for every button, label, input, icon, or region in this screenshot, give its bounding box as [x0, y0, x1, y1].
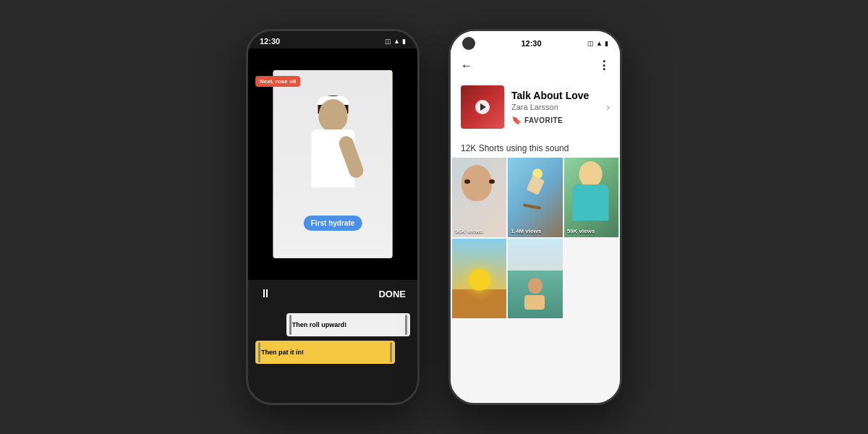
signal-icon-r: ▲ — [596, 40, 603, 47]
time-left: 12:30 — [260, 37, 280, 46]
avatar — [462, 37, 475, 50]
track-handle-left-1[interactable] — [289, 315, 292, 335]
camera-notch — [328, 35, 337, 44]
shorts-label: 12K Shorts using this sound — [451, 136, 620, 158]
grid-item-3[interactable]: 59K views — [564, 158, 618, 237]
sound-card: Talk About Love Zara Larsson 🔖 FAVORITE … — [451, 78, 620, 136]
status-icons-left: ◫ ▲ ▮ — [385, 38, 406, 45]
video-grid: 96K views 1.4M views 59K views — [451, 158, 620, 318]
song-thumbnail[interactable] — [461, 85, 504, 129]
woman-head — [318, 99, 347, 132]
grid-views-2: 1.4M views — [511, 228, 541, 234]
battery-icon-r: ▮ — [605, 40, 608, 47]
track-handle-right-2[interactable] — [390, 342, 392, 362]
song-artist: Zara Larsson — [511, 103, 599, 111]
song-title: Talk About Love — [511, 90, 599, 101]
grid-item-4[interactable] — [452, 239, 506, 318]
back-button[interactable]: ← — [461, 59, 472, 72]
grid-views-3: 59K views — [567, 228, 595, 234]
pause-button[interactable]: ⏸ — [260, 287, 271, 300]
song-info: Talk About Love Zara Larsson 🔖 FAVORITE — [511, 90, 599, 125]
woman-figure — [297, 99, 369, 258]
sun-scene — [452, 239, 506, 318]
tag-hydrate: First hydrate — [304, 216, 362, 231]
chevron-right-icon[interactable]: › — [606, 101, 610, 113]
status-bar-right: 12:30 ◫ ▲ ▮ — [451, 31, 620, 53]
timeline-track-2[interactable]: Then pat it in! — [255, 341, 395, 364]
sound-header: ← ⋮ — [451, 53, 620, 78]
favorite-section[interactable]: 🔖 FAVORITE — [511, 116, 599, 125]
timeline: Then roll upward! Then pat it in! — [248, 307, 417, 370]
done-button[interactable]: DONE — [378, 289, 406, 299]
person-scene-5 — [508, 271, 562, 318]
right-phone: 12:30 ◫ ▲ ▮ ← ⋮ Talk About Love Zara Lar… — [448, 29, 622, 405]
track-2-text: Then pat it in! — [261, 349, 304, 356]
grid-item-5[interactable] — [508, 239, 562, 318]
battery-icon: ▮ — [402, 38, 406, 45]
track-1-text: Then roll upward! — [292, 321, 347, 328]
grid-item-2[interactable]: 1.4M views — [508, 158, 562, 237]
video-controls: ⏸ DONE — [248, 280, 417, 307]
play-button[interactable] — [475, 100, 490, 114]
vibrate-icon-r: ◫ — [587, 40, 594, 47]
vibrate-icon: ◫ — [385, 38, 391, 45]
grid-item-1[interactable]: 96K views — [452, 158, 506, 237]
play-icon — [480, 103, 486, 111]
status-icons-right: ◫ ▲ ▮ — [587, 40, 608, 47]
favorite-label: FAVORITE — [524, 116, 563, 124]
bookmark-icon: 🔖 — [511, 116, 522, 125]
signal-icon: ▲ — [393, 38, 400, 45]
track-handle-right-1[interactable] — [405, 315, 407, 335]
video-area: Next, rose oil First hydrate — [248, 48, 417, 280]
timeline-track-1[interactable]: Then roll upward! — [286, 313, 410, 336]
track-handle-left-2[interactable] — [258, 342, 260, 362]
left-phone: 12:30 ◫ ▲ ▮ Next, rose oil First — [246, 29, 420, 405]
tag-next: Next, rose oil — [255, 76, 300, 87]
grid-views-1: 96K views — [455, 228, 483, 234]
more-button[interactable]: ⋮ — [598, 59, 610, 72]
time-right: 12:30 — [521, 39, 541, 48]
